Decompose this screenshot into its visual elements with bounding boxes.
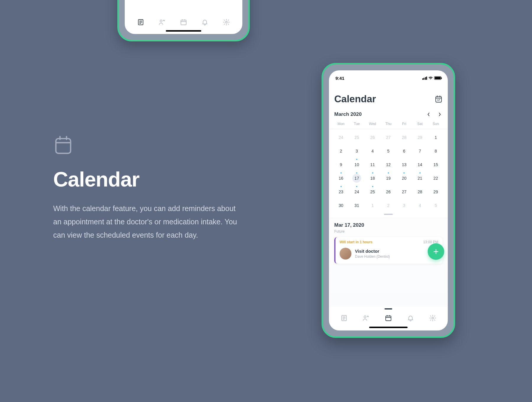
calendar-day[interactable]: 25: [365, 185, 380, 198]
calendar-day[interactable]: 29: [428, 185, 444, 198]
calendar-day[interactable]: 4: [365, 145, 380, 158]
month-label: March 2020: [334, 111, 362, 117]
day-number: 15: [433, 162, 438, 167]
day-number: 12: [386, 162, 391, 167]
event-dot: [372, 186, 373, 187]
calendar-day[interactable]: 23: [333, 185, 349, 198]
event-card[interactable]: Will start in 1 hours 13:00 PM Visit doc…: [334, 237, 442, 264]
add-event-button[interactable]: +: [428, 243, 444, 260]
day-number: 8: [434, 149, 437, 153]
phone-mockup-top: [117, 0, 250, 41]
calendar-day[interactable]: 15: [428, 158, 444, 171]
weekday-header: MonTueWedThuFriSatSun: [329, 120, 448, 129]
tab-bell[interactable]: [405, 313, 416, 323]
status-bar: 9:41: [329, 72, 448, 84]
event-dot: [388, 172, 389, 174]
next-month-button[interactable]: [437, 111, 442, 118]
tab-calendar[interactable]: [178, 17, 189, 27]
tab-people[interactable]: [361, 313, 372, 323]
tab-calendar[interactable]: [383, 313, 394, 323]
calendar-day[interactable]: 24: [349, 185, 364, 198]
event-sheet: Mar 17, 2020 Future Will start in 1 hour…: [329, 218, 448, 307]
day-number: 3: [403, 203, 406, 208]
calendar-day[interactable]: 28: [396, 131, 412, 144]
day-number: 4: [419, 203, 421, 208]
day-number: 21: [418, 176, 422, 181]
calendar-day[interactable]: 25: [349, 131, 364, 144]
calendar-day[interactable]: 2: [333, 145, 349, 158]
calendar-day[interactable]: 2: [380, 199, 396, 212]
tab-bell[interactable]: [200, 17, 210, 27]
calendar-day[interactable]: 26: [380, 185, 396, 198]
sheet-drag-handle[interactable]: [384, 214, 393, 215]
day-number: 9: [340, 162, 342, 167]
calendar-day[interactable]: 8: [428, 145, 444, 158]
calendar-day[interactable]: 3: [349, 145, 364, 158]
calendar-day[interactable]: 22: [428, 172, 444, 185]
calendar-badge-icon[interactable]: 17: [435, 95, 442, 103]
calendar-day[interactable]: 5: [380, 145, 396, 158]
day-number: 29: [418, 135, 422, 140]
calendar-day[interactable]: 11: [365, 158, 380, 171]
calendar-day[interactable]: 13: [396, 158, 412, 171]
tab-people[interactable]: [157, 17, 168, 27]
svg-point-4: [160, 20, 162, 22]
calendar-day[interactable]: 10: [349, 158, 364, 171]
weekday-label: Sat: [412, 122, 428, 126]
weekday-label: Sun: [428, 122, 444, 126]
calendar-day[interactable]: 7: [412, 145, 428, 158]
calendar-day[interactable]: 19: [380, 172, 396, 185]
weekday-label: Thu: [380, 122, 396, 126]
calendar-day[interactable]: 31: [349, 199, 364, 212]
day-number: 19: [386, 176, 391, 181]
day-number: 30: [339, 203, 343, 208]
calendar-day[interactable]: 6: [396, 145, 412, 158]
event-dot: [372, 172, 373, 174]
event-dot: [356, 159, 357, 160]
calendar-day[interactable]: 1: [428, 131, 444, 144]
calendar-day[interactable]: 26: [365, 131, 380, 144]
day-number: 25: [370, 189, 375, 194]
svg-point-23: [364, 316, 366, 318]
day-number: 7: [419, 149, 421, 153]
day-number: 28: [402, 135, 407, 140]
tab-settings[interactable]: [427, 313, 438, 323]
calendar-day[interactable]: 28: [412, 185, 428, 198]
svg-point-9: [226, 21, 227, 23]
battery-icon: [434, 76, 441, 80]
status-time: 9:41: [335, 76, 344, 81]
event-dot: [340, 172, 342, 174]
prev-month-button[interactable]: [426, 111, 431, 118]
calendar-day[interactable]: 30: [333, 199, 349, 212]
tab-notes[interactable]: [339, 313, 349, 323]
feature-title: Calendar: [53, 168, 239, 191]
calendar-day[interactable]: 9: [333, 158, 349, 171]
wifi-icon: [428, 76, 433, 80]
calendar-day[interactable]: 5: [428, 199, 444, 212]
calendar-day[interactable]: 27: [396, 185, 412, 198]
day-number: 1: [372, 203, 374, 208]
calendar-day[interactable]: 18: [365, 172, 380, 185]
calendar-day[interactable]: 12: [380, 158, 396, 171]
feature-text: With the calendar feature, you can add r…: [53, 202, 239, 242]
calendar-day[interactable]: 1: [365, 199, 380, 212]
day-number: 20: [402, 176, 407, 181]
svg-rect-5: [181, 20, 186, 25]
calendar-day[interactable]: 14: [412, 158, 428, 171]
calendar-day[interactable]: 21: [412, 172, 428, 185]
day-number: 3: [356, 149, 358, 153]
calendar-day[interactable]: 16: [333, 172, 349, 185]
calendar-day[interactable]: 24: [333, 131, 349, 144]
tab-settings[interactable]: [221, 17, 232, 27]
calendar-day[interactable]: 20: [396, 172, 412, 185]
day-number: 6: [403, 149, 406, 153]
tab-notes[interactable]: [135, 17, 146, 27]
weekday-label: Tue: [349, 122, 364, 126]
calendar-day[interactable]: 27: [380, 131, 396, 144]
calendar-day[interactable]: 3: [396, 199, 412, 212]
calendar-day[interactable]: 4: [412, 199, 428, 212]
day-number: 27: [402, 189, 407, 194]
calendar-day[interactable]: 29: [412, 131, 428, 144]
calendar-day[interactable]: 17: [349, 172, 364, 185]
day-number: 26: [370, 135, 375, 140]
